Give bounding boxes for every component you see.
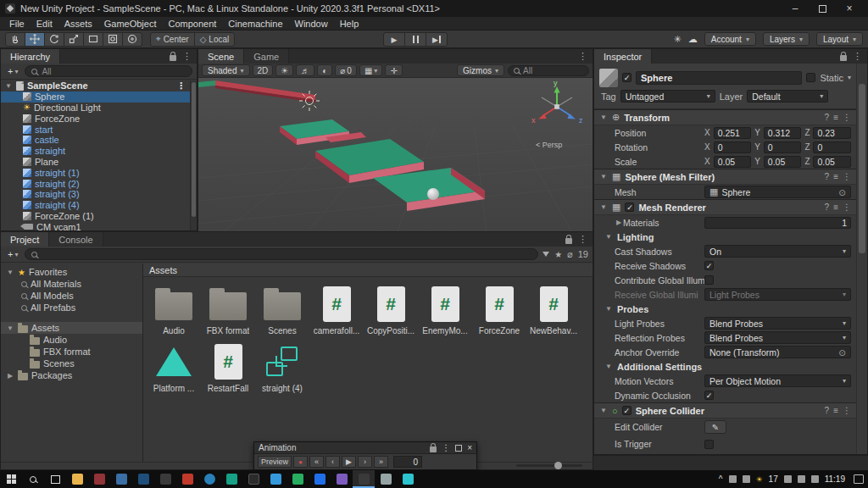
asset-tile-scenes[interactable]: Scenes (255, 281, 309, 336)
favorite-all-prefabs[interactable]: All Prefabs (1, 302, 142, 313)
edit-collider-button[interactable]: ✎ (704, 420, 726, 434)
static-checkbox[interactable] (806, 73, 815, 82)
hidden-objects-toggle[interactable]: ⌀0 (335, 64, 357, 76)
axis-x-label[interactable]: x (531, 116, 536, 125)
hierarchy-scrollbar[interactable] (190, 80, 197, 230)
layout-dropdown[interactable]: Layout▾ (816, 32, 863, 46)
foldout-open-icon[interactable]: ▼ (4, 82, 13, 90)
saved-search-icon[interactable]: ★ (554, 250, 562, 259)
create-asset-button[interactable]: +▾ (5, 249, 20, 259)
scrollbar-thumb[interactable] (859, 84, 865, 253)
scale-tool-button[interactable] (64, 32, 84, 47)
mesh-filter-header[interactable]: ▼ ▦ Sphere (Mesh Filter) ? ≡ ⋮ (594, 169, 856, 185)
preset-icon[interactable]: ≡ (833, 113, 838, 122)
menu-icon[interactable]: ⋮ (176, 80, 190, 92)
hand-tool-button[interactable] (5, 32, 25, 47)
rotate-tool-button[interactable] (44, 32, 64, 47)
object-picker-icon[interactable]: ⊙ (838, 347, 846, 358)
scale-x-field[interactable]: 0.05 (714, 156, 752, 168)
taskbar-app-12[interactable] (309, 470, 331, 488)
contribute-gi-checkbox[interactable] (704, 275, 714, 285)
slider-thumb[interactable] (554, 462, 562, 469)
favorites-row[interactable]: ▼★Favorites (1, 266, 142, 278)
maximize-button[interactable] (809, 1, 836, 16)
favorite-all-models[interactable]: All Models (1, 290, 142, 302)
preset-icon[interactable]: ≡ (833, 202, 838, 212)
rotation-x-field[interactable]: 0 (714, 141, 752, 153)
float-window-icon[interactable] (455, 445, 462, 452)
preset-icon[interactable]: ≡ (833, 172, 838, 181)
start-button[interactable] (0, 470, 22, 488)
cloud-icon[interactable]: ☁ (688, 34, 698, 45)
scale-y-field[interactable]: 0.05 (764, 156, 802, 168)
step-button[interactable]: ▶ (426, 32, 448, 47)
hierarchy-item-cm-vcam1[interactable]: CM vcam1 (1, 221, 190, 230)
hierarchy-item-straight-2[interactable]: straight (2) (1, 178, 190, 189)
hierarchy-item-directional-light[interactable]: ☀Directional Light (1, 103, 190, 114)
foldout-open-icon[interactable]: ▼ (604, 233, 613, 241)
menu-icon[interactable]: ⋮ (843, 406, 851, 415)
foldout-open-icon[interactable]: ▼ (604, 363, 613, 370)
asset-tile-restartfall[interactable]: RestartFall (201, 339, 255, 393)
tray-expand-icon[interactable]: ^ (719, 474, 723, 484)
rect-tool-button[interactable] (83, 32, 103, 47)
component-tools-button[interactable]: ✛ (385, 64, 402, 76)
notification-center-icon[interactable] (854, 474, 864, 484)
asset-tile-forcezone[interactable]: ForceZone (472, 281, 526, 336)
foldout-open-icon[interactable]: ▼ (6, 269, 14, 276)
tray-icon[interactable] (729, 475, 737, 483)
go-to-end-button[interactable]: » (374, 456, 388, 468)
lock-icon[interactable] (430, 446, 437, 452)
hierarchy-search-input[interactable]: All (25, 65, 192, 77)
help-icon[interactable]: ? (825, 113, 830, 122)
menu-icon[interactable]: ⋮ (182, 51, 192, 62)
axis-z-label[interactable]: z (579, 116, 583, 125)
create-button[interactable]: +▾ (5, 66, 20, 76)
transform-header[interactable]: ▼ ⊕ Transform ? ≡ ⋮ (594, 110, 856, 125)
collab-icon[interactable]: ✳ (674, 34, 682, 45)
tab-project[interactable]: Project (1, 232, 49, 247)
asset-tile-straight-4[interactable]: straight (4) (255, 339, 309, 393)
search-by-type-icon[interactable] (542, 252, 549, 260)
taskbar-app-2[interactable] (88, 470, 110, 488)
taskbar-app-6[interactable] (176, 470, 198, 488)
draw-mode-dropdown[interactable]: Shaded▾ (202, 64, 250, 76)
hierarchy-item-straight-3[interactable]: straight (3) (1, 189, 190, 200)
go-to-start-button[interactable]: « (309, 456, 324, 468)
next-key-button[interactable]: › (358, 456, 372, 468)
rotation-y-field[interactable]: 0 (764, 141, 802, 153)
reflection-probes-dropdown[interactable]: Blend Probes▾ (704, 331, 851, 344)
asset-zoom-slider[interactable] (516, 464, 582, 467)
scene-audio-toggle[interactable]: ♬ (296, 64, 314, 76)
name-field[interactable]: Sphere (636, 71, 802, 85)
foldout-closed-icon[interactable]: ▶ (6, 372, 14, 380)
record-button[interactable]: ● (293, 456, 308, 468)
hierarchy-item-straight-1[interactable]: straight (1) (1, 167, 190, 178)
preset-icon[interactable]: ≡ (833, 406, 838, 415)
collider-enabled-checkbox[interactable]: ✓ (622, 406, 632, 415)
rotation-z-field[interactable]: 0 (813, 141, 851, 153)
sphere-collider-header[interactable]: ▼ ○ ✓ Sphere Collider ? ≡ ⋮ (594, 403, 856, 419)
layers-dropdown[interactable]: Layers▾ (763, 32, 810, 46)
weather-temp[interactable]: 17 (769, 474, 778, 484)
inspector-scrollbar[interactable] (856, 64, 867, 454)
transform-tool-button[interactable] (103, 32, 123, 47)
asset-tile-enemymove[interactable]: EnemyMo... (418, 281, 472, 336)
dynamic-occlusion-checkbox[interactable]: ✓ (704, 391, 714, 400)
menu-icon[interactable]: ⋮ (843, 202, 851, 212)
position-y-field[interactable]: 0.312 (764, 127, 802, 139)
position-z-field[interactable]: 0.23 (813, 127, 851, 139)
project-search-input[interactable] (25, 248, 538, 260)
asset-tile-fbx-format[interactable]: FBX format (201, 281, 255, 336)
frame-field[interactable]: 0 (393, 456, 422, 468)
taskbar-app-file-explorer[interactable] (66, 470, 88, 488)
taskbar-app-3[interactable] (110, 470, 132, 488)
animation-titlebar[interactable]: Animation ⋮ × (254, 442, 476, 454)
asset-tile-newbehaviour[interactable]: NewBehav... (526, 281, 581, 336)
custom-tool-button[interactable] (122, 32, 142, 47)
foldout-open-icon[interactable]: ▼ (599, 203, 608, 211)
static-dropdown-icon[interactable]: ▾ (848, 74, 851, 81)
favorite-all-materials[interactable]: All Materials (1, 278, 142, 290)
grid-dropdown[interactable]: ▦▾ (359, 64, 382, 76)
lock-icon[interactable] (565, 238, 572, 244)
